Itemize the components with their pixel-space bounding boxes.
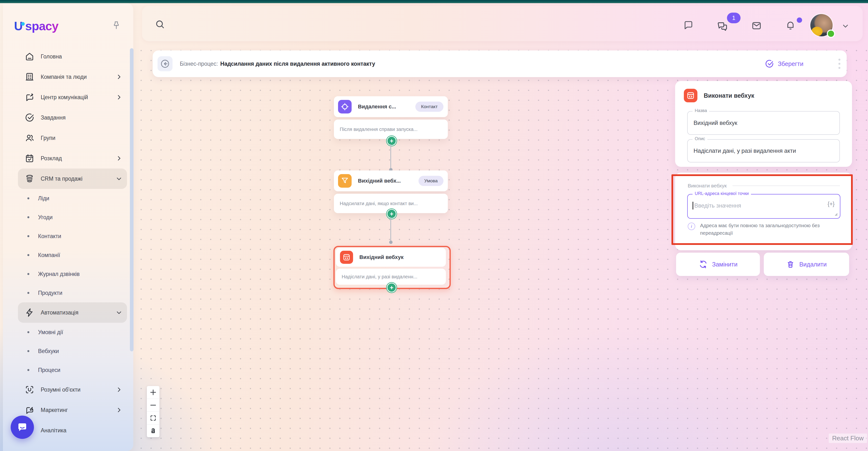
chevron-down-icon — [115, 175, 123, 182]
node-webhook-description[interactable]: Надіслати дані, у разі видаленн... — [336, 269, 446, 285]
sidebar-item-label: Групи — [41, 135, 56, 141]
plus-icon — [150, 389, 157, 396]
sidebar-item-companies[interactable]: Компанії — [18, 246, 127, 265]
add-step-handle[interactable]: + — [387, 136, 397, 146]
breadcrumb: Бізнес-процес: Надсилання даних після ви… — [180, 51, 375, 77]
trigger-target-icon — [338, 100, 351, 114]
bullet-icon — [27, 350, 29, 352]
bullet-icon — [27, 331, 29, 333]
url-input[interactable]: URL-адреса кінцевої точки Введіть значен… — [687, 194, 840, 219]
sidebar-item-label: Розклад — [41, 155, 62, 162]
sidebar-item-label: Контакти — [38, 233, 61, 240]
back-arrow-icon — [160, 59, 170, 69]
webhook-icon — [684, 89, 698, 102]
insert-variable-button[interactable]: {+} — [828, 201, 835, 207]
window-top-bar — [0, 0, 868, 3]
sidebar-item-company[interactable]: Компанія та люди — [18, 67, 127, 87]
profile-menu-button[interactable] — [841, 22, 849, 30]
sidebar-item-label: Головна — [41, 53, 62, 60]
sidebar-item-marketing[interactable]: Маркетинг — [18, 400, 127, 420]
sidebar-item-deals[interactable]: Угоди — [18, 208, 127, 227]
logo-dot-icon — [21, 22, 25, 26]
webhook-settings-card: Виконати вебхук Назва Вихідний вебхук Оп… — [675, 81, 852, 167]
resize-grip-icon[interactable] — [834, 212, 838, 216]
sidebar-item-tasks[interactable]: Завдання — [18, 108, 127, 128]
url-hint-text: Адреса має бути повною та загальнодоступ… — [700, 221, 850, 237]
name-field-label: Назва — [692, 108, 709, 113]
name-field[interactable]: Назва Вихідний вебхук — [687, 111, 840, 135]
bullet-icon — [27, 254, 29, 256]
section-header: Виконати вебхук — [688, 183, 840, 189]
process-label: Бізнес-процес: — [180, 61, 218, 67]
pin-sidebar-button[interactable] — [112, 21, 121, 30]
node-webhook-card[interactable]: Вихідний вебхук — [336, 248, 446, 267]
save-label: Зберегти — [778, 60, 803, 67]
sidebar-item-products[interactable]: Продукти — [18, 283, 127, 302]
replace-button[interactable]: Замінити — [676, 253, 760, 276]
sidebar-item-label: Угоди — [38, 214, 53, 221]
add-step-handle[interactable]: + — [387, 283, 397, 293]
sidebar-item-automation[interactable]: Автоматизація — [18, 302, 127, 323]
company-icon — [25, 72, 34, 82]
node-condition-card[interactable]: Вихідний вебх... Умова — [334, 171, 448, 191]
sidebar-scrollbar[interactable] — [130, 48, 133, 351]
notifications-button[interactable] — [785, 20, 796, 31]
minus-icon — [150, 401, 157, 409]
sidebar-item-label: Розумні об'єкти — [41, 387, 81, 393]
back-button[interactable] — [157, 56, 173, 71]
zoom-in-button[interactable] — [147, 386, 159, 399]
pin-icon — [112, 21, 121, 30]
header-menu-button[interactable] — [832, 57, 847, 71]
online-status-dot — [827, 30, 835, 38]
panel-title: Виконати вебхук — [704, 92, 754, 99]
description-field[interactable]: Опис Надіслати дані, у разі видалення ак… — [687, 139, 840, 162]
check-circle-icon — [765, 59, 774, 68]
name-field-value: Вихідний вебхук — [693, 120, 833, 126]
comment-button[interactable] — [683, 20, 693, 30]
comment-icon — [683, 20, 693, 30]
sidebar-item-schedule[interactable]: Розклад — [18, 148, 127, 169]
mail-button[interactable] — [751, 20, 762, 31]
description-field-label: Опис — [692, 136, 707, 141]
node-trigger-card[interactable]: Видалення с... Контакт — [334, 96, 448, 117]
section-divider — [733, 185, 840, 186]
home-icon — [25, 52, 34, 61]
save-button[interactable]: Зберегти — [765, 51, 803, 77]
zoom-out-button[interactable] — [147, 399, 159, 412]
chats-button[interactable] — [717, 21, 728, 32]
sidebar-item-processes[interactable]: Процеси — [18, 361, 127, 380]
sidebar-item-contacts[interactable]: Контакти — [18, 227, 127, 246]
delete-button-label: Видалити — [799, 261, 827, 268]
sidebar-item-label: Завдання — [41, 115, 66, 121]
sidebar-item-communications[interactable]: Центр комунікацій — [18, 87, 127, 108]
bullet-icon — [27, 369, 29, 371]
url-input-label: URL-адреса кінцевої точки — [692, 191, 751, 196]
add-step-handle[interactable]: + — [387, 209, 397, 219]
search-icon — [155, 19, 165, 30]
react-flow-attribution[interactable]: React Flow — [829, 433, 867, 443]
fit-view-button[interactable] — [147, 412, 159, 425]
sidebar-item-conditional-actions[interactable]: Умовні дії — [18, 323, 127, 342]
section-label: Виконати вебхук — [688, 183, 727, 189]
info-icon: i — [688, 222, 695, 230]
sidebar-item-label: Центр комунікацій — [41, 94, 88, 101]
sidebar-item-crm[interactable]: CRM та продажі — [18, 169, 127, 189]
sidebar-item-smart-objects[interactable]: Розумні об'єкти — [18, 380, 127, 400]
support-chat-button[interactable] — [11, 416, 34, 439]
sidebar-item-analytics[interactable]: Аналітика — [18, 420, 127, 441]
search-button[interactable] — [155, 19, 165, 30]
sidebar-item-webhooks[interactable]: Вебхуки — [18, 342, 127, 361]
chevron-right-icon — [115, 155, 123, 162]
delete-button[interactable]: Видалити — [764, 253, 849, 276]
sidebar-item-groups[interactable]: Групи — [18, 128, 127, 148]
uspacy-logo[interactable]: Uspacy — [14, 19, 58, 33]
sidebar-item-home[interactable]: Головна — [18, 46, 127, 67]
node-description-text: Надіслати дані, у разі видаленн... — [342, 274, 417, 279]
replace-refresh-icon — [699, 260, 708, 269]
sidebar-item-leads[interactable]: Ліди — [18, 189, 127, 208]
notification-dot — [797, 18, 802, 23]
sidebar-item-call-log[interactable]: Журнал дзвінків — [18, 265, 127, 283]
chat-bubble-icon — [17, 421, 28, 433]
lock-button[interactable] — [147, 425, 159, 437]
node-description-text: Після видалення справи запуска... — [340, 127, 417, 132]
